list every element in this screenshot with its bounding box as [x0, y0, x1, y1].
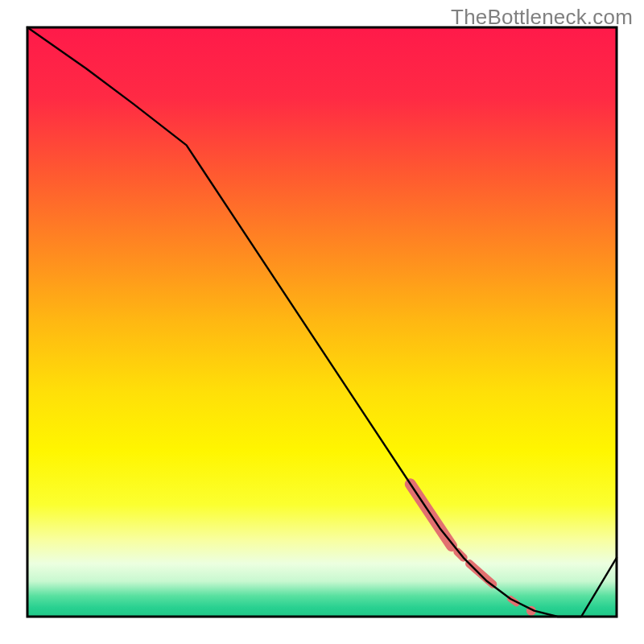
- bottleneck-chart: TheBottleneck.com: [0, 0, 644, 644]
- plot-background: [27, 27, 617, 617]
- watermark-label: TheBottleneck.com: [451, 5, 633, 30]
- chart-svg: [0, 0, 644, 644]
